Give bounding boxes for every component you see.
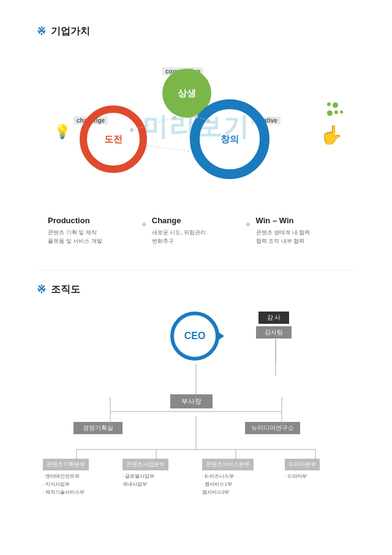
plus-1: + xyxy=(141,216,146,230)
creative-label-ko: 창의 xyxy=(221,134,239,145)
circle-challenge: 도전 xyxy=(80,105,147,173)
values-marker: ※ xyxy=(37,25,46,38)
dept-3-box: 콘텐츠서비스본부 xyxy=(202,459,254,470)
values-col-winwin: Win – Win 콘텐츠 생태계 내 협력협력 조직 내부 협력 xyxy=(251,216,349,245)
values-diagram: 미리보기 💡 cooperation 상생 challenge 도전 creat… xyxy=(43,50,349,204)
mid-left-wrapper: 경영기획실 xyxy=(74,422,123,434)
values-col-production: Production 콘텐츠 기획 및 제작플랫폼 및 서비스 개발 xyxy=(43,216,141,245)
svg-line-2 xyxy=(147,145,190,151)
org-section-title: ※ 조직도 xyxy=(37,283,355,296)
audit-column: 감 사 감사팀 xyxy=(256,312,292,339)
mid-left-box: 경영기획실 xyxy=(74,422,123,434)
vp-box: 부사장 xyxy=(170,394,213,408)
dept-2-box: 콘텐츠사업본부 xyxy=(123,459,168,470)
page: ※ 기업가치 미리보기 💡 cooperation 상생 challenge 도… xyxy=(0,0,392,555)
ceo-wrapper: CEO xyxy=(170,312,219,361)
dept-3-subs: · E-비즈니스부· 캠서비스1부캠서비스2부 xyxy=(202,473,254,496)
production-title: Production xyxy=(48,216,136,225)
bulb-icon: 💡 xyxy=(54,124,70,140)
mid-right-box: 뉴미디어연구소 xyxy=(245,422,300,434)
circle-creative: 창의 xyxy=(190,99,270,179)
ceo-label: CEO xyxy=(184,331,206,342)
vp-wrapper: 부사장 xyxy=(170,394,213,408)
svg-point-3 xyxy=(173,116,176,120)
challenge-label-ko: 도전 xyxy=(104,134,123,145)
org-section: ※ 조직도 xyxy=(37,283,355,542)
values-descriptions: Production 콘텐츠 기획 및 제작플랫폼 및 서비스 개발 + Cha… xyxy=(37,216,355,245)
values-section-title: ※ 기업가치 xyxy=(37,25,355,38)
ceo-arrow xyxy=(218,332,224,340)
ceo-circle: CEO xyxy=(170,312,219,361)
production-text: 콘텐츠 기획 및 제작플랫폼 및 서비스 개발 xyxy=(48,229,136,245)
hand-icon: 👆 xyxy=(320,124,343,145)
dept-4-box: 드라마본부 xyxy=(285,459,320,470)
dept-4: 드라마본부 · 드라마부 xyxy=(285,459,320,481)
dept-1-box: 콘텐츠기획본부 xyxy=(43,459,89,470)
mid-right-wrapper: 뉴미디어연구소 xyxy=(245,422,300,434)
change-title: Change xyxy=(152,216,240,225)
values-col-change: Change 새로운 시도, 위험관리변화추구 xyxy=(147,216,245,245)
dept-2-subs: · 글로벌사업부국내사업부 xyxy=(123,473,168,489)
dept-2: 콘텐츠사업본부 · 글로벌사업부국내사업부 xyxy=(123,459,168,489)
dept-1: 콘텐츠기획본부 · 엔터테인먼트부· 지식사업부· 제작기술서비스부 xyxy=(43,459,89,496)
winwin-title: Win – Win xyxy=(256,216,344,225)
values-section: ※ 기업가치 미리보기 💡 cooperation 상생 challenge 도… xyxy=(37,25,355,245)
audit-team: 감사팀 xyxy=(256,326,292,339)
change-text: 새로운 시도, 위험관리변화추구 xyxy=(152,229,240,245)
org-marker: ※ xyxy=(37,283,46,296)
dept-4-subs: · 드라마부 xyxy=(285,473,320,481)
audit-header: 감 사 xyxy=(258,312,290,324)
dept-3: 콘텐츠서비스본부 · E-비즈니스부· 캠서비스1부캠서비스2부 xyxy=(202,459,254,496)
plus-2: + xyxy=(245,216,251,230)
values-title-text: 기업가치 xyxy=(51,25,90,38)
cooperation-label-ko: 상생 xyxy=(178,88,196,99)
winwin-text: 콘텐츠 생태계 내 협력협력 조직 내부 협력 xyxy=(256,229,344,245)
dept-1-subs: · 엔터테인먼트부· 지식사업부· 제작기술서비스부 xyxy=(43,473,89,496)
particles xyxy=(327,102,343,116)
section-divider xyxy=(37,270,355,270)
org-title-text: 조직도 xyxy=(51,283,80,296)
org-chart: CEO 감 사 감사팀 부사장 경영기획실 뉴미디어연구소 xyxy=(37,308,355,542)
